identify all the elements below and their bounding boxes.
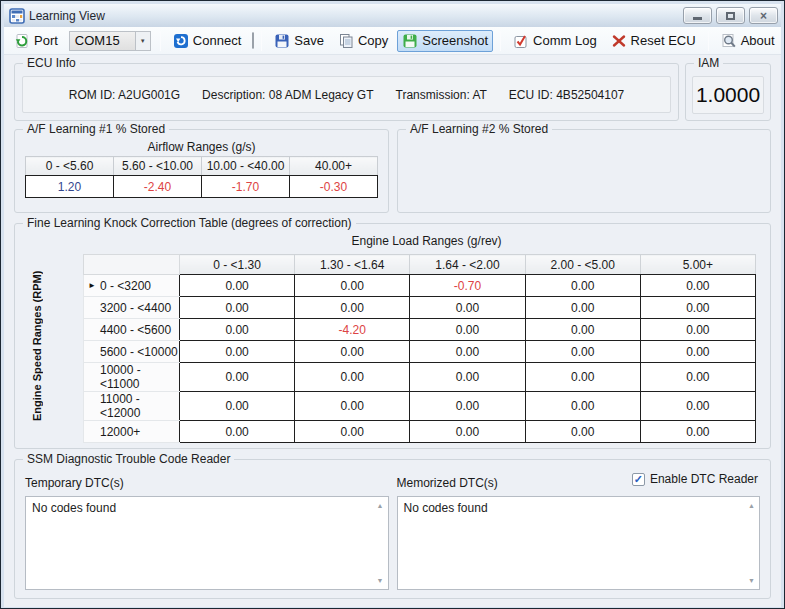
table-row[interactable]: 12000+ 0.00 0.00 0.00 0.00 0.00	[84, 421, 756, 443]
window-title: Learning View	[29, 9, 105, 23]
knock-cell[interactable]: 0.00	[640, 275, 755, 297]
reset-ecu-button[interactable]: Reset ECU	[606, 30, 701, 52]
knock-cell[interactable]: 0.00	[640, 319, 755, 341]
knock-cell[interactable]: 0.00	[180, 341, 295, 363]
checkbox-check-icon[interactable]: ✓	[632, 473, 645, 486]
af1-col-header: 40.00+	[290, 157, 378, 176]
save-label: Save	[294, 33, 324, 48]
knock-cell[interactable]: 0.00	[180, 297, 295, 319]
knock-cell[interactable]: 0.00	[525, 319, 640, 341]
af1-col-header: 10.00 - <40.00	[202, 157, 290, 176]
minimize-button[interactable]	[683, 7, 712, 24]
knock-cell[interactable]: 0.00	[295, 297, 410, 319]
temporary-dtc-textarea[interactable]: No codes found ▲ ▼	[25, 496, 389, 590]
ecu-info-panel: ROM ID: A2UG001G Description: 08 ADM Leg…	[22, 76, 671, 113]
port-refresh-button[interactable]: Port	[9, 30, 63, 52]
rom-id: ROM ID: A2UG001G	[69, 88, 180, 102]
knock-cell[interactable]: 0.00	[295, 275, 410, 297]
af1-value-cell: 1.20	[26, 176, 114, 198]
knock-cell[interactable]: 0.00	[525, 421, 640, 443]
knock-correction-table: 0 - <1.30 1.30 - <1.64 1.64 - <2.00 2.00…	[83, 254, 756, 443]
knock-cell[interactable]: 0.00	[525, 297, 640, 319]
save-floppy-icon	[274, 33, 290, 49]
knock-cell[interactable]: 0.00	[180, 275, 295, 297]
knock-cell[interactable]: -4.20	[295, 319, 410, 341]
screenshot-button[interactable]: Screenshot	[397, 30, 493, 52]
knock-col-header: 2.00 - <5.00	[525, 255, 640, 275]
af-learning-1-group: A/F Learning #1 % Stored Airflow Ranges …	[14, 129, 389, 213]
knock-cell[interactable]: 0.00	[295, 421, 410, 443]
knock-cell[interactable]: 0.00	[525, 341, 640, 363]
knock-row-header: 12000+	[100, 425, 140, 439]
table-row[interactable]: 10000 - <11000 0.00 0.00 0.00 0.00 0.00	[84, 363, 756, 392]
knock-cell[interactable]: 0.00	[410, 319, 525, 341]
knock-cell[interactable]: 0.00	[410, 392, 525, 421]
port-select-value[interactable]: COM15	[69, 31, 135, 51]
knock-cell[interactable]: 0.00	[410, 421, 525, 443]
af-learning-2-title: A/F Learning #2 % Stored	[406, 122, 552, 136]
maximize-button[interactable]	[716, 7, 745, 24]
knock-cell[interactable]: 0.00	[180, 319, 295, 341]
af1-value-cell: -0.30	[290, 176, 378, 198]
knock-col-header: 5.00+	[640, 255, 755, 275]
table-row[interactable]: 3200 - <4400 0.00 0.00 0.00 0.00 0.00	[84, 297, 756, 319]
table-row[interactable]: ►0 - <3200 0.00 0.00 -0.70 0.00 0.00	[84, 275, 756, 297]
table-row[interactable]: 5600 - <10000 0.00 0.00 0.00 0.00 0.00	[84, 341, 756, 363]
about-button[interactable]: About	[716, 30, 780, 52]
scroll-down-icon[interactable]: ▼	[377, 577, 384, 584]
connect-button[interactable]: Connect	[168, 30, 246, 52]
knock-table-title: Fine Learning Knock Correction Table (de…	[23, 216, 356, 230]
knock-cell[interactable]: 0.00	[410, 363, 525, 392]
iam-title: IAM	[694, 56, 723, 70]
knock-cell[interactable]: 0.00	[640, 363, 755, 392]
port-select[interactable]: COM15 ▼	[69, 31, 151, 51]
scroll-down-icon[interactable]: ▼	[748, 577, 755, 584]
engine-speed-axis-label: Engine Speed Ranges (RPM)	[27, 258, 47, 434]
knock-cell[interactable]: 0.00	[180, 392, 295, 421]
enable-dtc-reader-checkbox[interactable]: ✓ Enable DTC Reader	[632, 472, 758, 486]
knock-cell[interactable]: 0.00	[410, 341, 525, 363]
table-row[interactable]: 11000 - <12000 0.00 0.00 0.00 0.00 0.00	[84, 392, 756, 421]
knock-cell[interactable]: 0.00	[295, 392, 410, 421]
save-button[interactable]: Save	[269, 30, 329, 52]
comm-log-button[interactable]: Comm Log	[508, 30, 602, 52]
screenshot-floppy-icon	[402, 33, 418, 49]
scroll-up-icon[interactable]: ▲	[377, 502, 384, 509]
knock-cell[interactable]: 0.00	[640, 297, 755, 319]
ecu-id: ECU ID: 4B52504107	[509, 88, 624, 102]
toolbar-separator	[261, 31, 262, 51]
table-row[interactable]: 4400 - <5600 0.00 -4.20 0.00 0.00 0.00	[84, 319, 756, 341]
memorized-dtc-textarea[interactable]: No codes found ▲ ▼	[397, 496, 761, 590]
knock-cell[interactable]: 0.00	[640, 421, 755, 443]
knock-cell[interactable]: 0.00	[525, 363, 640, 392]
maximize-icon	[726, 12, 735, 20]
knock-cell[interactable]: 0.00	[525, 275, 640, 297]
knock-cell[interactable]: 0.00	[180, 421, 295, 443]
content-area: ECU Info ROM ID: A2UG001G Description: 0…	[4, 55, 781, 607]
temporary-dtc-text: No codes found	[32, 501, 116, 515]
close-button[interactable]: ×	[749, 7, 778, 24]
knock-cell[interactable]: 0.00	[180, 363, 295, 392]
knock-cell[interactable]: 0.00	[410, 297, 525, 319]
enable-dtc-reader-label: Enable DTC Reader	[650, 472, 758, 486]
scroll-up-icon[interactable]: ▲	[748, 502, 755, 509]
reset-ecu-label: Reset ECU	[631, 33, 696, 48]
knock-cell[interactable]: -0.70	[410, 275, 525, 297]
toolbar-separator	[708, 31, 709, 51]
knock-cell[interactable]: 0.00	[640, 341, 755, 363]
copy-button[interactable]: Copy	[333, 30, 393, 52]
knock-row-header: 4400 - <5600	[100, 323, 171, 337]
af1-col-header: 0 - <5.60	[26, 157, 114, 176]
title-bar[interactable]: Learning View ×	[4, 4, 781, 27]
knock-cell[interactable]: 0.00	[640, 392, 755, 421]
chevron-down-icon[interactable]: ▼	[135, 31, 151, 51]
knock-cell[interactable]: 0.00	[295, 341, 410, 363]
temporary-dtc-label: Temporary DTC(s)	[25, 476, 389, 494]
app-grid-icon	[9, 8, 25, 24]
knock-cell[interactable]: 0.00	[295, 363, 410, 392]
comm-log-label: Comm Log	[533, 33, 597, 48]
close-icon: ×	[760, 10, 767, 22]
connect-label: Connect	[193, 33, 241, 48]
knock-col-header: 0 - <1.30	[180, 255, 295, 275]
knock-cell[interactable]: 0.00	[525, 392, 640, 421]
